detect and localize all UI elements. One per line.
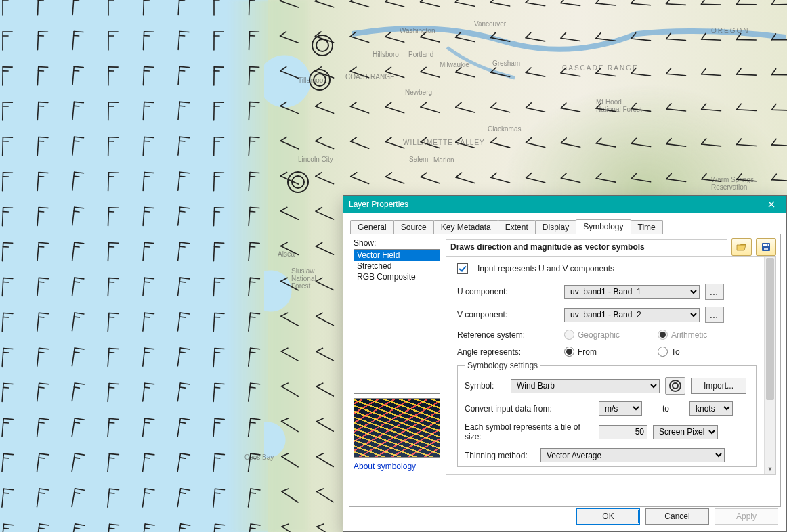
angle-to-radio[interactable] [658,347,668,357]
save-button[interactable] [756,238,776,256]
dialog-titlebar[interactable]: Layer Properties [343,196,786,213]
apply-button[interactable]: Apply [715,508,778,525]
show-option-vector-field[interactable]: Vector Field [354,250,440,261]
svg-rect-606 [764,248,768,250]
convert-from-select[interactable]: m/s [599,401,642,416]
dialog-tabs: GeneralSourceKey MetadataExtentDisplaySy… [349,219,781,234]
show-label: Show: [354,238,440,248]
show-listbox[interactable]: Vector FieldStretchedRGB Composite [354,249,440,394]
convert-to-word: to [647,404,684,414]
open-file-button[interactable] [731,238,752,256]
v-component-browse-button[interactable]: … [705,307,724,323]
panel-description: Draws direction and magnitude as vector … [446,239,727,256]
folder-open-icon [736,242,747,252]
tile-unit-select[interactable]: Screen Pixels [653,425,718,439]
uv-components-checkbox[interactable] [457,263,468,274]
tile-size-label: Each symbol represents a tile of size: [465,422,593,441]
settings-scrollbar[interactable]: ▲ ▼ [764,257,775,474]
convert-to-select[interactable]: knots [689,401,733,416]
coast-cutouts [264,0,325,532]
tab-symbology[interactable]: Symbology [576,219,631,234]
show-panel: Show: Vector FieldStretchedRGB Composite… [354,238,440,502]
settings-scroll-area: Input represents U and V components U co… [446,256,776,475]
u-component-select[interactable]: uv_band1 - Band_1 [564,285,700,299]
dialog-button-row: OK Cancel Apply [576,508,778,525]
calm-symbol-icon [669,380,681,392]
tab-general[interactable]: General [350,220,394,234]
thinning-method-label: Thinning method: [465,451,535,460]
close-button[interactable] [758,196,785,213]
thinning-method-select[interactable]: Vector Average [540,448,725,462]
layer-properties-dialog: Layer Properties GeneralSourceKey Metada… [343,195,787,532]
close-icon [768,201,775,208]
symbology-settings-legend: Symbology settings [465,361,540,370]
symbology-settings-group: Symbology settings Symbol: Wind Barb Imp… [457,361,757,467]
ok-button[interactable]: OK [576,508,640,525]
ref-arithmetic-radio [658,330,668,340]
show-option-stretched[interactable]: Stretched [354,261,440,271]
import-symbol-button[interactable]: Import... [691,378,746,394]
symbol-label: Symbol: [465,381,505,391]
tab-time[interactable]: Time [631,220,663,234]
about-symbology-link[interactable]: About symbology [354,462,416,471]
svg-rect-607 [767,244,768,246]
reference-system-label: Reference system: [457,330,559,340]
angle-represents-label: Angle represents: [457,347,559,357]
ref-geographic-radio [564,330,574,340]
dialog-title-text: Layer Properties [349,200,408,209]
symbol-preview-button[interactable] [665,377,685,395]
scroll-down-arrow[interactable]: ▼ [765,464,775,474]
symbology-preview [354,398,440,458]
floppy-save-icon [761,242,771,252]
uv-components-label: Input represents U and V components [477,264,614,273]
u-component-browse-button[interactable]: … [705,284,724,300]
symbology-tab-panel: Show: Vector FieldStretchedRGB Composite… [349,234,781,507]
cancel-button[interactable]: Cancel [645,508,709,525]
show-option-rgb-composite[interactable]: RGB Composite [354,271,440,282]
v-component-label: V component: [457,310,559,319]
vector-field-panel: Draws direction and magnitude as vector … [446,238,776,502]
tab-display[interactable]: Display [535,220,576,234]
angle-from-radio[interactable] [564,347,574,357]
scroll-thumb[interactable] [766,258,774,400]
u-component-label: U component: [457,287,559,296]
tab-source[interactable]: Source [394,220,434,234]
convert-input-label: Convert input data from: [465,404,593,414]
tab-key-metadata[interactable]: Key Metadata [433,220,498,234]
tile-size-input[interactable] [599,425,647,439]
v-component-select[interactable]: uv_band1 - Band_2 [564,308,700,322]
symbol-select[interactable]: Wind Barb [511,379,660,393]
svg-rect-605 [763,244,769,246]
tab-extent[interactable]: Extent [498,220,536,234]
